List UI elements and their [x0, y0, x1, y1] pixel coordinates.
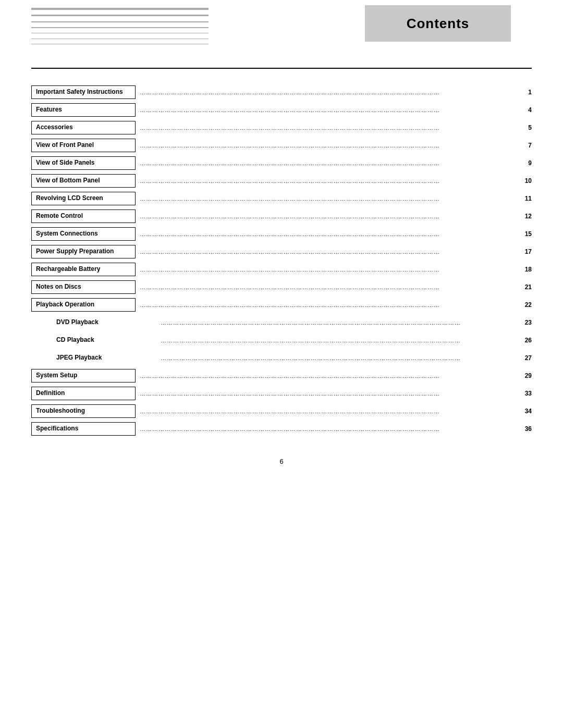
toc-row: Remote Control……………………………………………………………………… [31, 208, 532, 224]
toc-label-definition[interactable]: Definition [31, 387, 136, 400]
toc-page-important-safety: 1 [516, 89, 532, 96]
toc-row: System Setup…………………………………………………………………………… [31, 368, 532, 384]
toc-label-system-setup[interactable]: System Setup [31, 369, 136, 382]
toc-row: Playback Operation…………………………………………………………… [31, 297, 532, 313]
toc-row: Accessories……………………………………………………………………………… [31, 120, 532, 135]
toc-row: Troubleshooting…………………………………………………………………… [31, 403, 532, 419]
toc-dots-rechargeable-battery: …………………………………………………………………………………………………………… [140, 266, 512, 273]
toc-row: View of Side Panels………………………………………………………… [31, 155, 532, 171]
page-title: Contents [407, 16, 470, 32]
toc-label-view-bottom-panel[interactable]: View of Bottom Panel [31, 174, 136, 188]
toc-row: Power Supply Preparation…………………………………………… [31, 244, 532, 260]
toc-page-revolving-lcd: 11 [516, 195, 532, 202]
toc-page-playback-operation: 22 [516, 301, 532, 309]
toc-row: DVD Playback…………………………………………………………………………… [31, 315, 532, 330]
toc-label-rechargeable-battery[interactable]: Rechargeable Battery [31, 263, 136, 276]
toc-row: Revolving LCD Screen……………………………………………………… [31, 191, 532, 206]
toc-page-definition: 33 [516, 390, 532, 397]
toc-label-cd-playback[interactable]: CD Playback [52, 334, 156, 347]
toc-label-features[interactable]: Features [31, 103, 136, 117]
toc-dots-specifications: …………………………………………………………………………………………………………… [140, 426, 512, 432]
toc-dots-system-setup: …………………………………………………………………………………………………………… [140, 373, 512, 379]
toc-dots-important-safety: …………………………………………………………………………………………………………… [140, 89, 512, 95]
toc-page-system-connections: 15 [516, 230, 532, 238]
title-box: Contents [365, 5, 511, 42]
header-line-3 [31, 21, 209, 22]
toc-row: View of Front Panel………………………………………………………… [31, 138, 532, 153]
page-number: 6 [0, 458, 563, 465]
header-line-4 [31, 27, 209, 28]
toc-dots-accessories: …………………………………………………………………………………………………………… [140, 125, 512, 131]
header: Contents [0, 0, 563, 57]
toc-dots-cd-playback: …………………………………………………………………………………………………………… [161, 337, 512, 343]
toc-label-dvd-playback[interactable]: DVD Playback [52, 316, 156, 329]
toc-dots-troubleshooting: …………………………………………………………………………………………………………… [140, 408, 512, 414]
toc-label-important-safety[interactable]: Important Safety Instructions [31, 85, 136, 99]
toc-page-view-bottom-panel: 10 [516, 177, 532, 184]
toc-row: Notes on Discs……………………………………………………………………… [31, 279, 532, 295]
header-line-7 [31, 44, 209, 44]
toc-dots-view-front-panel: …………………………………………………………………………………………………………… [140, 142, 512, 149]
page-container: Contents Important Safety Instructions……… [0, 0, 563, 728]
header-line-1 [31, 8, 209, 10]
toc-dots-remote-control: …………………………………………………………………………………………………………… [140, 213, 512, 219]
toc-content: Important Safety Instructions……………………………… [0, 84, 563, 437]
toc-label-system-connections[interactable]: System Connections [31, 227, 136, 241]
toc-label-accessories[interactable]: Accessories [31, 121, 136, 134]
toc-page-cd-playback: 26 [516, 337, 532, 344]
toc-dots-power-supply: …………………………………………………………………………………………………………… [140, 249, 512, 255]
toc-page-troubleshooting: 34 [516, 408, 532, 415]
toc-dots-playback-operation: …………………………………………………………………………………………………………… [140, 302, 512, 308]
toc-label-playback-operation[interactable]: Playback Operation [31, 298, 136, 312]
toc-page-power-supply: 17 [516, 248, 532, 255]
toc-dots-features: …………………………………………………………………………………………………………… [140, 107, 512, 113]
toc-page-accessories: 5 [516, 124, 532, 131]
toc-page-view-side-panels: 9 [516, 159, 532, 167]
toc-label-revolving-lcd[interactable]: Revolving LCD Screen [31, 192, 136, 205]
toc-page-view-front-panel: 7 [516, 142, 532, 149]
toc-row: View of Bottom Panel……………………………………………………… [31, 173, 532, 189]
toc-page-remote-control: 12 [516, 213, 532, 220]
header-line-2 [31, 15, 209, 16]
toc-dots-notes-on-discs: …………………………………………………………………………………………………………… [140, 284, 512, 290]
toc-label-view-side-panels[interactable]: View of Side Panels [31, 156, 136, 170]
toc-page-specifications: 36 [516, 425, 532, 433]
toc-row: Features……………………………………………………………………………………… [31, 102, 532, 118]
toc-row: CD Playback……………………………………………………………………………… [31, 332, 532, 348]
toc-label-power-supply[interactable]: Power Supply Preparation [31, 245, 136, 258]
toc-row: Specifications……………………………………………………………………… [31, 421, 532, 437]
toc-label-specifications[interactable]: Specifications [31, 422, 136, 436]
toc-dots-revolving-lcd: …………………………………………………………………………………………………………… [140, 195, 512, 202]
toc-label-troubleshooting[interactable]: Troubleshooting [31, 404, 136, 418]
toc-page-rechargeable-battery: 18 [516, 266, 532, 273]
toc-label-jpeg-playback[interactable]: JPEG Playback [52, 352, 156, 364]
toc-dots-dvd-playback: …………………………………………………………………………………………………………… [161, 319, 512, 326]
toc-dots-definition: …………………………………………………………………………………………………………… [140, 390, 512, 397]
toc-page-system-setup: 29 [516, 372, 532, 379]
toc-dots-view-bottom-panel: …………………………………………………………………………………………………………… [140, 178, 512, 184]
toc-page-notes-on-discs: 21 [516, 283, 532, 291]
toc-dots-view-side-panels: …………………………………………………………………………………………………………… [140, 160, 512, 166]
toc-page-features: 4 [516, 106, 532, 114]
toc-dots-jpeg-playback: …………………………………………………………………………………………………………… [161, 355, 512, 361]
header-decorative-lines [31, 8, 209, 44]
header-rule [31, 68, 532, 69]
toc-page-dvd-playback: 23 [516, 319, 532, 326]
header-line-5 [31, 33, 209, 33]
toc-dots-system-connections: …………………………………………………………………………………………………………… [140, 231, 512, 237]
header-line-6 [31, 39, 209, 39]
toc-label-view-front-panel[interactable]: View of Front Panel [31, 139, 136, 152]
toc-row: System Connections…………………………………………………………… [31, 226, 532, 242]
toc-label-notes-on-discs[interactable]: Notes on Discs [31, 280, 136, 294]
toc-page-jpeg-playback: 27 [516, 354, 532, 362]
toc-label-remote-control[interactable]: Remote Control [31, 209, 136, 223]
toc-row: Important Safety Instructions……………………………… [31, 84, 532, 100]
toc-row: JPEG Playback………………………………………………………………………… [31, 350, 532, 366]
toc-row: Rechargeable Battery……………………………………………………… [31, 262, 532, 277]
toc-row: Definition………………………………………………………………………………… [31, 386, 532, 401]
